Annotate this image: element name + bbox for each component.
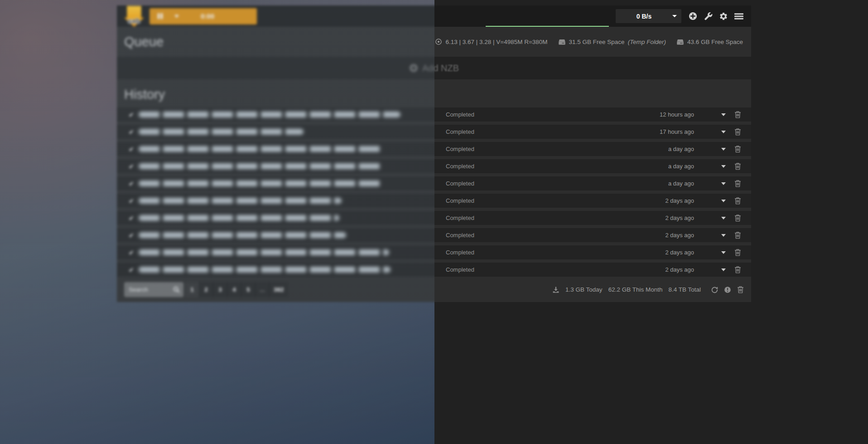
page-button[interactable]: 5 <box>241 282 256 297</box>
check-icon: ✔ <box>129 163 136 170</box>
history-row[interactable]: ✔ Completed 12 hours ago <box>117 107 751 122</box>
status-label: Completed <box>446 180 474 187</box>
status-label: Completed <box>446 163 474 170</box>
total-alltime: 8.4 TB Total <box>668 286 701 293</box>
add-nzb-dropzone[interactable]: Add NZB <box>117 57 751 79</box>
status-label: Completed <box>446 197 474 204</box>
status-label: Completed <box>446 232 474 239</box>
redacted-item-name <box>139 129 304 135</box>
delete-row-icon[interactable] <box>734 197 741 205</box>
history-header: History <box>117 85 751 104</box>
refresh-icon[interactable] <box>711 286 718 293</box>
status-label: Completed <box>446 146 474 152</box>
delete-row-icon[interactable] <box>734 162 741 170</box>
history-row[interactable]: ✔ Completed 2 days ago <box>117 194 751 208</box>
add-nzb-icon[interactable] <box>685 5 700 27</box>
delete-row-icon[interactable] <box>734 180 741 187</box>
row-expand-caret[interactable] <box>721 182 726 185</box>
completed-time: a day ago <box>668 146 694 152</box>
delete-row-icon[interactable] <box>734 145 741 153</box>
history-row[interactable]: ✔ Completed 2 days ago <box>117 228 751 242</box>
menu-icon[interactable] <box>731 5 747 27</box>
delete-row-icon[interactable] <box>734 111 741 118</box>
completed-time: 2 days ago <box>665 197 694 204</box>
history-row[interactable]: ✔ Completed 2 days ago <box>117 245 751 259</box>
server-stats: 6.13 | 3.67 | 3.28 | V=4985M R=380M 31.5… <box>435 38 743 46</box>
info-circle-icon[interactable] <box>724 286 731 293</box>
check-icon: ✔ <box>129 180 136 187</box>
row-expand-caret[interactable] <box>721 268 726 271</box>
delete-row-icon[interactable] <box>734 249 741 256</box>
status-label: Completed <box>446 215 474 221</box>
redacted-item-name <box>139 249 389 255</box>
history-row[interactable]: ✔ Completed 2 days ago <box>117 211 751 225</box>
redacted-item-name <box>139 232 346 238</box>
delete-row-icon[interactable] <box>734 214 741 222</box>
history-title: History <box>124 85 165 104</box>
status-label: Completed <box>446 266 474 273</box>
check-icon: ✔ <box>129 266 136 273</box>
completed-time: 17 hours ago <box>660 128 694 135</box>
navbar-actions <box>685 5 751 27</box>
completed-time: 2 days ago <box>665 249 694 256</box>
history-search <box>124 282 183 297</box>
page-button[interactable]: 1 <box>185 282 199 297</box>
completed-time: a day ago <box>668 180 694 187</box>
row-expand-caret[interactable] <box>721 131 726 133</box>
row-expand-caret[interactable] <box>721 200 726 202</box>
queue-title: Queue <box>124 32 164 51</box>
delete-row-icon[interactable] <box>734 231 741 239</box>
settings-gear-icon[interactable] <box>716 5 731 27</box>
row-expand-caret[interactable] <box>721 217 726 220</box>
history-row[interactable]: ✔ Completed a day ago <box>117 176 751 190</box>
download-totals: 1.3 GB Today 62.2 GB This Month 8.4 TB T… <box>552 286 744 293</box>
row-expand-caret[interactable] <box>721 251 726 254</box>
navbar-url-input[interactable] <box>486 11 609 26</box>
row-expand-caret[interactable] <box>721 148 726 151</box>
sabnzbd-logo[interactable]: sab <box>124 6 144 27</box>
search-icon[interactable] <box>173 286 180 293</box>
hdd-icon <box>558 38 566 46</box>
purge-history-icon[interactable] <box>737 286 744 293</box>
page-button[interactable]: 2 <box>199 282 213 297</box>
check-icon: ✔ <box>129 232 136 239</box>
speed-value: 0 B/s <box>616 13 672 20</box>
system-load-icon <box>435 38 442 45</box>
page-button[interactable]: 4 <box>227 282 241 297</box>
delete-row-icon[interactable] <box>734 128 741 136</box>
page-button[interactable]: ... <box>256 282 270 297</box>
row-expand-caret[interactable] <box>721 165 726 168</box>
history-row[interactable]: ✔ Completed a day ago <box>117 159 751 173</box>
add-nzb-label: Add NZB <box>422 63 459 73</box>
check-icon: ✔ <box>129 111 136 118</box>
redacted-item-name <box>139 267 391 273</box>
history-row[interactable]: ✔ Completed 17 hours ago <box>117 125 751 139</box>
row-expand-caret[interactable] <box>721 113 726 116</box>
pagination: 1 2 3 4 5 ... 382 <box>185 282 288 297</box>
redacted-item-name <box>139 163 382 169</box>
page-button[interactable]: 382 <box>270 282 288 297</box>
add-nzb-button[interactable]: Add NZB <box>409 63 459 73</box>
check-icon: ✔ <box>129 128 136 136</box>
nzb-url-field <box>486 11 609 27</box>
pause-timer: 0:00 <box>179 12 249 20</box>
pause-button[interactable]: 0:00 <box>149 8 257 24</box>
wrench-icon[interactable] <box>700 5 716 27</box>
completed-time: a day ago <box>668 163 694 170</box>
status-label: Completed <box>446 249 474 256</box>
status-label: Completed <box>446 128 474 135</box>
chevron-down-icon[interactable] <box>174 15 179 18</box>
delete-row-icon[interactable] <box>734 266 741 273</box>
plus-circle-icon <box>409 63 418 73</box>
check-icon: ✔ <box>129 215 136 222</box>
redacted-item-name <box>139 181 381 186</box>
download-icon <box>552 286 559 293</box>
check-icon: ✔ <box>129 146 136 153</box>
history-row[interactable]: ✔ Completed a day ago <box>117 142 751 156</box>
total-month: 62.2 GB This Month <box>608 286 663 293</box>
row-expand-caret[interactable] <box>721 234 726 237</box>
speed-limit-dropdown[interactable]: 0 B/s <box>616 9 681 23</box>
disk-free-space: 43.6 GB Free Space <box>687 39 743 45</box>
history-row[interactable]: ✔ Completed 2 days ago <box>117 263 751 277</box>
page-button[interactable]: 3 <box>213 282 227 297</box>
